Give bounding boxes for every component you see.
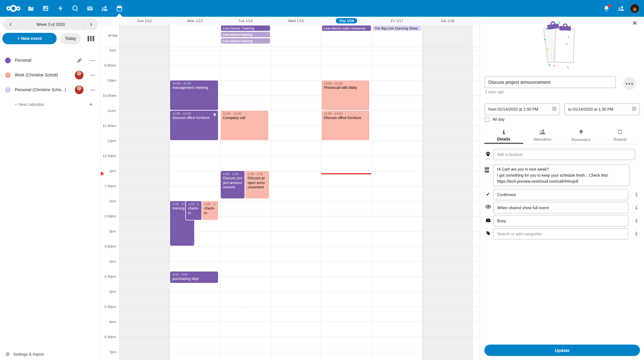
day-column[interactable] (119, 47, 170, 360)
calendar-event[interactable]: 2:00 - 2:30check-in (202, 201, 218, 220)
day-header-cell[interactable]: Fri 1/17 (372, 17, 422, 25)
tab-label: Repeat (614, 137, 626, 142)
calendar-event[interactable]: 1:00 - 1:30Discuss project announcement (245, 171, 269, 198)
info-icon[interactable]: i (634, 218, 639, 223)
event-end-field[interactable]: to 01/14/2020 at 1:30 PM (564, 103, 640, 115)
settings-import[interactable]: ⚙ Settings & import (5, 352, 44, 357)
current-time-line (322, 173, 371, 174)
calendar-actions-menu-icon[interactable]: ••• (88, 73, 98, 77)
calendar-actions-menu-icon[interactable]: ••• (88, 88, 98, 92)
calendar-icon[interactable] (112, 0, 127, 17)
new-calendar-button[interactable]: + New calendar+ (0, 97, 100, 112)
event-title-input[interactable] (484, 76, 616, 88)
share-link-icon[interactable] (74, 57, 84, 63)
day-header-cell[interactable]: Thu 1/16 (321, 17, 372, 25)
today-button[interactable]: Today (60, 33, 81, 44)
calendar-list: Personal•••Work (Christine Schott)•••Per… (0, 53, 100, 112)
notifications-bell-icon[interactable] (601, 0, 612, 17)
previous-week-button[interactable] (3, 19, 18, 30)
settings-label: Settings & import (13, 352, 44, 357)
event-time: 2:00 - 2:30 (204, 202, 216, 206)
user-avatar[interactable] (630, 4, 639, 13)
detail-field-check[interactable]: Confirmed (493, 189, 628, 200)
day-header-cell[interactable]: Sat 1/18 (422, 17, 472, 25)
calendar-list-item[interactable]: Personal (Christine Scho...)••• (0, 82, 100, 97)
calendar-event[interactable]: 10:00 - 11:00management meeting (170, 80, 218, 110)
photos-icon[interactable] (38, 0, 53, 17)
contacts-icon[interactable] (97, 0, 112, 17)
week-view-toggle-icon[interactable] (88, 36, 94, 41)
time-label: 2:30pm (100, 214, 117, 218)
day-column[interactable] (422, 47, 472, 360)
description-textarea[interactable]: Hi Carl! are you in next week? I got som… (493, 164, 630, 186)
calendar-event[interactable]: 11:00 - 12:00Discuss office furniture (322, 111, 370, 140)
tab-details[interactable]: iDetails (484, 128, 523, 144)
activity-icon[interactable] (53, 0, 68, 17)
calendar-event[interactable]: 2:00 - 2:30check-in (186, 201, 202, 220)
gridline (100, 95, 480, 96)
shared-by-avatar[interactable] (74, 71, 84, 79)
new-event-button[interactable]: + New event (2, 33, 57, 44)
time-label: 5pm (100, 289, 117, 294)
event-start-field[interactable]: from 01/14/2020 at 1:00 PM (484, 103, 560, 115)
time-grid[interactable]: 9am9:30am10am10:30am11am11:30am12pm12:30… (100, 47, 480, 360)
tab-attendees[interactable]: Attendees (523, 128, 562, 144)
close-icon[interactable]: ✕ (632, 20, 637, 26)
next-week-button[interactable] (83, 19, 98, 30)
all-day-event[interactable]: Line dance training (221, 38, 270, 43)
calendar-event[interactable]: 11:00 - 12:00Discuss office furniture (170, 111, 218, 140)
shared-by-avatar[interactable] (74, 85, 84, 94)
info-icon[interactable]: i (634, 192, 639, 197)
day-header-cell[interactable]: Mon 1/13 (170, 17, 220, 25)
talk-icon[interactable] (68, 0, 82, 17)
day-column[interactable] (372, 47, 422, 360)
tab-reminders[interactable]: Reminders (562, 128, 600, 144)
calendar-list-item[interactable]: Personal••• (0, 53, 100, 68)
all-day-checkbox[interactable] (485, 117, 489, 122)
calendar-event[interactable]: 1:00 - 1:30Discuss project announcement (220, 171, 245, 198)
calendar-actions-menu-icon[interactable]: ••• (88, 58, 98, 62)
info-icon[interactable]: i (634, 231, 639, 236)
calendar-event[interactable]: 10:00 - 11:00Phonecall with Abby (322, 80, 370, 110)
all-day-event[interactable]: Line dance main rehearsal (322, 25, 371, 31)
timezone-globe-icon[interactable] (552, 106, 557, 112)
day-header-cell[interactable]: Tue 1/14 (220, 17, 270, 25)
calendar-event[interactable]: 4:20 - 4:40purchasing dept (170, 272, 218, 283)
day-header-cell[interactable]: Wed 1/15 (270, 17, 321, 25)
briefcase-icon (485, 218, 492, 222)
all-day-cell[interactable] (270, 25, 321, 46)
detail-field-tag[interactable]: Search or add categories (493, 228, 628, 240)
all-day-cell[interactable] (422, 25, 472, 46)
info-icon[interactable]: i (634, 205, 639, 210)
day-column[interactable] (220, 47, 270, 360)
all-day-event[interactable]: The Big Line Dancing Show (373, 25, 422, 31)
timezone-globe-icon[interactable] (632, 106, 636, 112)
all-day-cell[interactable]: Line Dance TrainingLine dance trainingLi… (220, 25, 270, 46)
update-button[interactable]: Update (484, 345, 640, 356)
time-label: 6:30pm (100, 334, 117, 339)
event-title: check-in (188, 206, 200, 215)
all-day-cell[interactable] (119, 25, 170, 46)
day-header-cell[interactable]: Sun 1/12 (119, 17, 170, 25)
day-column[interactable] (270, 47, 321, 360)
week-label[interactable]: Week 3 of 2020 (18, 19, 83, 30)
calendar-list-item[interactable]: Work (Christine Schott)••• (0, 68, 100, 82)
all-day-cell[interactable] (170, 25, 220, 46)
all-day-cell[interactable]: Line dance main rehearsal (321, 25, 372, 46)
all-day-checkbox-row[interactable]: All day (485, 117, 504, 122)
mail-icon[interactable] (82, 0, 97, 17)
location-input[interactable] (493, 149, 635, 160)
all-day-cell[interactable]: The Big Line Dancing Show (372, 25, 422, 46)
gridline (100, 65, 480, 66)
calendar-event[interactable]: 11:00 - 12:00Company call (220, 111, 268, 140)
detail-field-briefcase[interactable]: Busy (493, 215, 628, 227)
calendar-name: Work (Christine Schott) (15, 73, 58, 77)
event-actions-menu-icon[interactable]: ●●● (623, 77, 636, 90)
detail-field-eye[interactable]: When shared show full event (493, 202, 628, 214)
files-icon[interactable] (24, 0, 38, 17)
tab-repeat[interactable]: Repeat (600, 128, 639, 144)
all-day-event[interactable]: Line Dance Training (221, 25, 270, 31)
contacts-menu-icon[interactable] (616, 0, 627, 17)
nextcloud-logo-icon[interactable] (3, 0, 24, 17)
all-day-event[interactable]: Line dance training (221, 32, 270, 37)
